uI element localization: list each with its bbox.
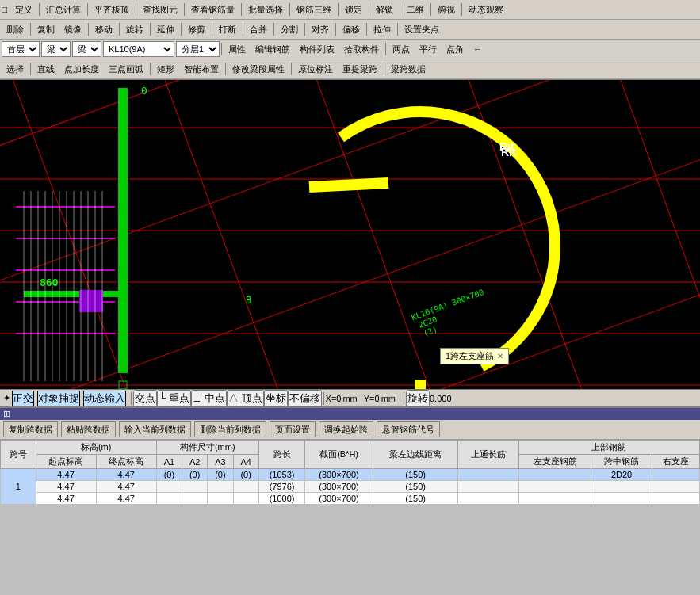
btn-re-span[interactable]: 重提梁跨 bbox=[339, 61, 381, 77]
btn-ortho[interactable]: 正交 bbox=[12, 391, 34, 406]
btn-in-situ-mark[interactable]: 原位标注 bbox=[294, 61, 337, 77]
btn-midpoint[interactable]: ⊥ 中点 bbox=[191, 390, 227, 407]
sep bbox=[212, 23, 212, 36]
y-unit: mm bbox=[381, 394, 396, 403]
sep bbox=[366, 23, 367, 36]
btn-copy-span[interactable]: 复制跨数据 bbox=[3, 421, 58, 437]
sep bbox=[150, 63, 151, 75]
btn-merge[interactable]: 合并 bbox=[246, 21, 271, 37]
btn-vertex[interactable]: △ 顶点 bbox=[227, 390, 264, 407]
btn-break[interactable]: 打断 bbox=[215, 21, 240, 37]
cell bbox=[156, 481, 182, 493]
btn-align-top[interactable]: 平齐板顶 bbox=[90, 2, 133, 17]
cell bbox=[591, 493, 652, 505]
tooltip-close-btn[interactable]: ✕ bbox=[497, 352, 503, 360]
btn-define[interactable]: 定义 bbox=[11, 2, 36, 17]
btn-calc[interactable]: 汇总计算 bbox=[42, 2, 85, 17]
btn-snap[interactable]: 对象捕捉 bbox=[37, 391, 80, 406]
btn-view-rebar[interactable]: 查看钢筋量 bbox=[187, 2, 239, 17]
btn-arc[interactable]: 三点画弧 bbox=[105, 61, 147, 77]
cell: (150) bbox=[373, 493, 458, 505]
btn-rotate-status[interactable]: 旋转 bbox=[406, 390, 430, 407]
cell bbox=[233, 493, 258, 505]
btn-rotate[interactable]: 旋转 bbox=[122, 21, 147, 37]
table-row[interactable]: 4.47 4.47 (1000) (300×700) (150) bbox=[1, 493, 700, 505]
panel-title: ⊞ bbox=[0, 408, 700, 420]
btn-line[interactable]: 直线 bbox=[33, 61, 59, 77]
layer-select[interactable]: 分层1 bbox=[176, 41, 220, 57]
th-mark: 标高(m) bbox=[36, 441, 156, 455]
btn-batch-select[interactable]: 批量选择 bbox=[244, 2, 287, 17]
btn-properties[interactable]: 属性 bbox=[224, 41, 250, 57]
data-panel: ⊞ 复制跨数据 粘贴跨数据 输入当前列数据 删除当前列数据 页面设置 调换起始跨… bbox=[0, 406, 700, 505]
btn-top-view[interactable]: 俯视 bbox=[434, 2, 459, 17]
btn-2d[interactable]: 二维 bbox=[403, 2, 428, 17]
floor-select[interactable]: 首层 bbox=[2, 41, 40, 57]
btn-3d-rebar[interactable]: 钢筋三维 bbox=[293, 2, 335, 17]
element-subtype-select[interactable]: 梁 bbox=[72, 41, 101, 57]
cell bbox=[518, 493, 591, 505]
btn-move[interactable]: 移动 bbox=[91, 21, 117, 37]
btn-no-offset[interactable]: 不偏移 bbox=[288, 390, 322, 407]
btn-point-length[interactable]: 点加长度 bbox=[60, 61, 103, 77]
cell: (0) bbox=[233, 469, 258, 481]
btn-copy[interactable]: 复制 bbox=[33, 21, 59, 37]
btn-split[interactable]: 分割 bbox=[277, 21, 302, 37]
sep bbox=[131, 392, 132, 405]
table-header-row-1: 跨号 标高(m) 构件尺寸(mm) 跨长 截面(B*H) 梁左边线距离 上通长筋… bbox=[1, 441, 700, 455]
cell bbox=[652, 481, 699, 493]
th-a1: A1 bbox=[156, 455, 182, 469]
btn-offset[interactable]: 偏移 bbox=[339, 21, 364, 37]
btn-coord[interactable]: 坐标 bbox=[264, 390, 288, 407]
btn-modify-seg[interactable]: 修改梁段属性 bbox=[228, 61, 289, 77]
btn-delete-col[interactable]: 删除当前列数据 bbox=[194, 421, 266, 437]
table-row[interactable]: 1 4.47 4.47 (0) (0) (0) (0) (1053) (300×… bbox=[1, 469, 700, 481]
btn-endpoint[interactable]: └ 重点 bbox=[157, 390, 191, 407]
sep bbox=[39, 3, 40, 16]
cell: (150) bbox=[373, 469, 458, 481]
element-id-select[interactable]: KL10(9A) bbox=[103, 41, 174, 57]
btn-lock[interactable]: 锁定 bbox=[341, 2, 366, 17]
cell bbox=[208, 493, 233, 505]
btn-trim[interactable]: 修剪 bbox=[184, 21, 209, 37]
btn-swap-span[interactable]: 调换起始跨 bbox=[319, 421, 373, 437]
btn-intersection[interactable]: 交点 bbox=[133, 390, 157, 407]
btn-span-data[interactable]: 梁跨数据 bbox=[387, 61, 430, 77]
btn-edit-rebar[interactable]: 编辑钢筋 bbox=[251, 41, 294, 57]
btn-align[interactable]: 对齐 bbox=[308, 21, 333, 37]
btn-delete[interactable]: 删除 bbox=[2, 21, 28, 37]
btn-page-settings[interactable]: 页面设置 bbox=[270, 421, 316, 437]
table-row[interactable]: 4.47 4.47 (7976) (300×700) (150) bbox=[1, 481, 700, 493]
data-table-container: 跨号 标高(m) 构件尺寸(mm) 跨长 截面(B*H) 梁左边线距离 上通长筋… bbox=[0, 440, 700, 505]
cell: 4.47 bbox=[36, 469, 96, 481]
btn-unlock[interactable]: 解锁 bbox=[372, 2, 397, 17]
btn-set-grip[interactable]: 设置夹点 bbox=[400, 21, 443, 37]
element-type-select[interactable]: 梁 bbox=[41, 41, 71, 57]
btn-find[interactable]: 查找图元 bbox=[139, 2, 182, 17]
btn-point-angle[interactable]: 点角 bbox=[442, 41, 468, 57]
btn-input-col[interactable]: 输入当前列数据 bbox=[119, 421, 191, 437]
cell: (300×700) bbox=[305, 493, 373, 505]
cell: (0) bbox=[156, 469, 182, 481]
btn-extend[interactable]: 延伸 bbox=[153, 21, 178, 37]
btn-element-list[interactable]: 构件列表 bbox=[296, 41, 339, 57]
cad-canvas-area[interactable]: 1跨左支座筋 ✕ Rit bbox=[0, 80, 700, 389]
btn-mirror[interactable]: 镜像 bbox=[60, 21, 86, 37]
btn-hanging-rebar[interactable]: 悬管钢筋代号 bbox=[377, 421, 440, 437]
btn-parallel[interactable]: 平行 bbox=[415, 41, 441, 57]
btn-back[interactable]: ← bbox=[469, 41, 486, 57]
btn-select[interactable]: 选择 bbox=[2, 61, 28, 77]
btn-paste-span[interactable]: 粘贴跨数据 bbox=[61, 421, 116, 437]
btn-pick-element[interactable]: 拾取构件 bbox=[340, 41, 383, 57]
y-value: 0 bbox=[375, 394, 380, 403]
th-span-len: 跨长 bbox=[258, 441, 305, 469]
btn-rect[interactable]: 矩形 bbox=[153, 61, 178, 77]
btn-stretch[interactable]: 拉伸 bbox=[369, 21, 395, 37]
sep bbox=[225, 63, 226, 75]
sep bbox=[323, 392, 324, 405]
btn-dynamic-input[interactable]: 动态输入 bbox=[83, 391, 126, 406]
toolbar-row-3: 首层 梁 梁 KL10(9A) 分层1 属性 编辑钢筋 构件列表 拾取构件 两点… bbox=[0, 40, 700, 59]
btn-dynamic-view[interactable]: 动态观察 bbox=[465, 2, 507, 17]
btn-smart-place[interactable]: 智能布置 bbox=[180, 61, 223, 77]
btn-two-points[interactable]: 两点 bbox=[388, 41, 414, 57]
